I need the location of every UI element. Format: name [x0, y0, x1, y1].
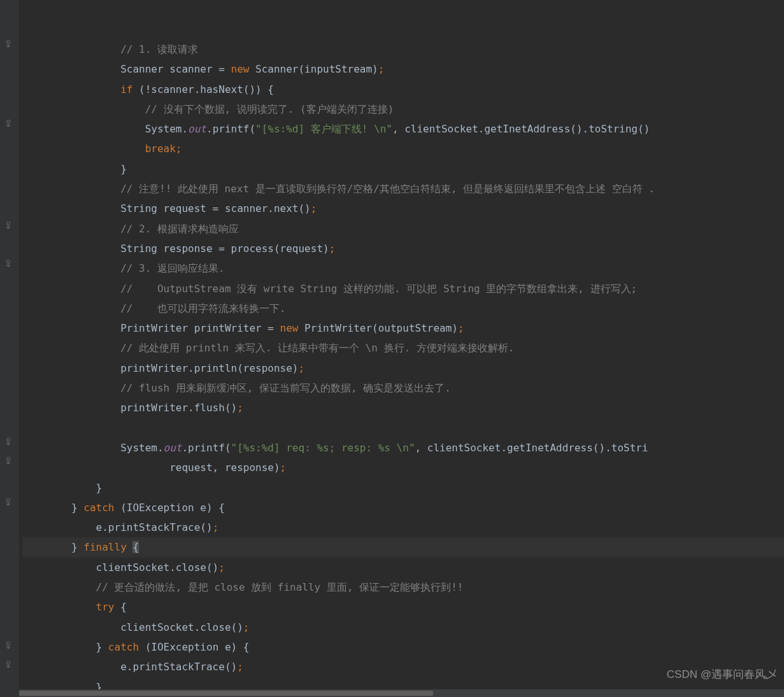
code-token: ;: [311, 202, 317, 215]
code-line[interactable]: // 此处使用 println 来写入. 让结果中带有一个 \n 换行. 方便对…: [22, 338, 784, 358]
code-line[interactable]: // 更合适的做法, 是把 close 放到 finally 里面, 保证一定能…: [22, 577, 784, 597]
code-token: printWriter.flush(): [22, 402, 237, 414]
code-token: ;: [378, 63, 385, 75]
code-line[interactable]: // 注意!! 此处使用 next 是一直读取到换行符/空格/其他空白符结束, …: [22, 179, 784, 199]
code-line[interactable]: e.printStackTrace();: [22, 517, 784, 537]
svg-point-4: [7, 439, 10, 442]
code-token: clientSocket.close(): [22, 621, 243, 633]
gutter-override-icon[interactable]: [4, 637, 13, 645]
code-line[interactable]: } finally {: [22, 537, 784, 557]
code-token: , clientSocket.getInetAddress().toStri: [415, 442, 648, 454]
gutter-override-icon[interactable]: [4, 452, 13, 461]
code-token: PrintWriter printWriter =: [22, 322, 280, 334]
code-token: request, response): [22, 461, 280, 474]
code-token: (IOException e) {: [139, 641, 249, 653]
editor-gutter[interactable]: [0, 0, 19, 697]
horizontal-scrollbar-thumb[interactable]: [19, 691, 433, 696]
code-token: [127, 541, 133, 553]
svg-point-1: [7, 120, 10, 123]
code-line[interactable]: // 没有下个数据, 说明读完了. (客户端关闭了连接): [22, 99, 784, 119]
code-token: }: [22, 641, 108, 653]
code-token: "[%s:%d] 客户端下线! \n": [255, 123, 392, 135]
code-token: if: [120, 83, 132, 95]
code-token: ;: [458, 322, 464, 334]
code-line[interactable]: } catch (IOException e) {: [22, 498, 784, 517]
code-token: }: [22, 482, 102, 494]
code-line[interactable]: System.out.printf("[%s:%d] req: %s; resp…: [22, 438, 784, 458]
code-token: String request = scanner.next(): [22, 202, 311, 215]
code-token: [22, 262, 120, 274]
code-token: new: [280, 322, 299, 334]
code-token: }: [22, 541, 83, 553]
code-token: System.: [22, 123, 188, 135]
code-token: ;: [237, 402, 243, 414]
code-token: (IOException e) {: [115, 502, 225, 514]
code-token: // 更合适的做法, 是把 close 放到 finally 里面, 保证一定能…: [96, 581, 464, 593]
code-line[interactable]: // 3. 返回响应结果.: [22, 258, 784, 278]
code-token: // 此处使用 println 来写入. 让结果中带有一个 \n 换行. 方便对…: [120, 342, 514, 354]
code-token: // 注意!! 此处使用 next 是一直读取到换行符/空格/其他空白符结束, …: [120, 183, 655, 195]
code-line[interactable]: // 2. 根据请求构造响应: [22, 219, 784, 239]
code-token: .printf(: [206, 123, 255, 135]
code-line[interactable]: }: [22, 478, 784, 498]
svg-point-3: [7, 260, 10, 264]
code-line[interactable]: printWriter.println(response);: [22, 358, 784, 378]
code-token: clientSocket.close(): [22, 561, 218, 574]
gutter-override-icon[interactable]: [4, 216, 13, 225]
code-token: ;: [280, 461, 287, 474]
code-line[interactable]: // 1. 读取请求: [22, 39, 784, 59]
code-line[interactable]: Scanner scanner = new Scanner(inputStrea…: [22, 59, 784, 79]
code-token: [22, 43, 120, 55]
code-line[interactable]: break;: [22, 139, 784, 158]
gutter-override-icon[interactable]: [4, 115, 13, 123]
code-token: (!scanner.hasNext()) {: [132, 83, 274, 95]
code-token: ;: [298, 362, 304, 374]
horizontal-scrollbar[interactable]: [19, 689, 784, 697]
code-token: String response = process(request): [22, 243, 329, 255]
code-line[interactable]: clientSocket.close();: [22, 617, 784, 637]
code-token: ;: [237, 661, 243, 673]
code-line[interactable]: } catch (IOException e) {: [22, 637, 784, 657]
code-token: }: [22, 163, 127, 175]
gutter-override-icon[interactable]: [4, 493, 13, 502]
code-token: // 没有下个数据, 说明读完了. (客户端关闭了连接): [145, 103, 394, 115]
code-token: ;: [329, 243, 336, 255]
code-token: Scanner scanner =: [22, 63, 231, 75]
code-line[interactable]: clientSocket.close();: [22, 558, 784, 577]
code-token: System.: [22, 442, 164, 454]
code-token: try: [96, 601, 115, 613]
code-token: {: [132, 541, 139, 553]
code-content[interactable]: // 1. 读取请求 Scanner scanner = new Scanner…: [19, 0, 784, 697]
gutter-override-icon[interactable]: [4, 433, 13, 442]
code-line[interactable]: PrintWriter printWriter = new PrintWrite…: [22, 318, 784, 338]
code-line[interactable]: System.out.printf("[%s:%d] 客户端下线! \n", c…: [22, 119, 784, 139]
code-line[interactable]: request, response);: [22, 458, 784, 477]
svg-point-5: [7, 458, 10, 461]
code-token: // 2. 根据请求构造响应: [120, 223, 239, 235]
code-token: ;: [243, 621, 250, 633]
code-line[interactable]: // OutputStream 没有 write String 这样的功能. 可…: [22, 279, 784, 299]
code-line[interactable]: String response = process(request);: [22, 239, 784, 258]
code-line[interactable]: String request = scanner.next();: [22, 199, 784, 218]
code-line[interactable]: printWriter.flush();: [22, 398, 784, 418]
code-line[interactable]: try {: [22, 597, 784, 617]
code-line[interactable]: // flush 用来刷新缓冲区, 保证当前写入的数据, 确实是发送出去了.: [22, 378, 784, 398]
code-token: [22, 103, 145, 115]
code-token: [22, 143, 145, 155]
code-token: // 3. 返回响应结果.: [120, 262, 224, 274]
code-token: [22, 223, 120, 235]
code-token: printWriter.println(response): [22, 362, 298, 374]
code-line[interactable]: }: [22, 159, 784, 179]
gutter-override-icon[interactable]: [4, 255, 13, 264]
code-token: {: [115, 601, 127, 613]
code-token: [22, 83, 120, 95]
code-line[interactable]: if (!scanner.hasNext()) {: [22, 80, 784, 99]
code-token: ;: [218, 561, 225, 574]
code-token: PrintWriter(outputStream): [298, 322, 457, 334]
gutter-override-icon[interactable]: [4, 35, 13, 44]
code-token: catch: [108, 641, 139, 653]
code-line[interactable]: // 也可以用字符流来转换一下.: [22, 299, 784, 318]
gutter-override-icon[interactable]: [4, 656, 13, 665]
code-line[interactable]: [22, 418, 784, 438]
code-token: out: [188, 123, 206, 135]
